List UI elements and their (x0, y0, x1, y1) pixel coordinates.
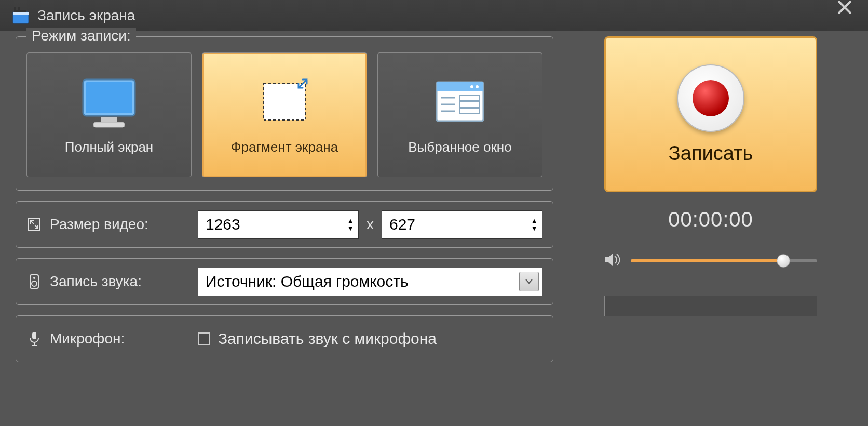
record-button[interactable]: Записать (604, 36, 817, 192)
record-mode-buttons: Полный экран Фрагмент экрана (26, 52, 542, 177)
microphone-checkbox[interactable] (198, 332, 210, 345)
microphone-label: Микрофон: (50, 330, 190, 347)
mic-level-meter (604, 296, 817, 316)
resize-icon (26, 217, 42, 232)
volume-thumb[interactable] (777, 254, 790, 268)
height-field[interactable] (389, 216, 531, 233)
audio-source-combo[interactable]: Источник: Общая громкость (198, 268, 542, 296)
svg-rect-9 (101, 117, 117, 122)
microphone-checkbox-label: Записывать звук с микрофона (218, 330, 437, 348)
svg-rect-10 (93, 122, 125, 127)
svg-point-24 (32, 281, 37, 286)
audio-source-value: Источник: Общая громкость (206, 273, 514, 290)
svg-rect-26 (32, 332, 36, 339)
window-title: Запись экрана (37, 7, 832, 24)
volume-control (604, 252, 817, 270)
height-spinner[interactable]: ▲▼ (531, 217, 538, 232)
size-separator: x (367, 216, 374, 233)
svg-rect-1 (13, 12, 29, 15)
microphone-icon (26, 331, 42, 347)
mode-fullscreen-button[interactable]: Полный экран (26, 52, 192, 177)
selection-icon (251, 74, 318, 131)
right-column: Записать 00:00:00 (569, 36, 852, 410)
mode-window-label: Выбранное окно (408, 139, 511, 155)
svg-rect-11 (264, 84, 305, 120)
height-input[interactable]: ▲▼ (382, 210, 542, 239)
screen-recorder-window: Запись экрана Режим записи: (0, 0, 868, 426)
svg-rect-8 (86, 82, 132, 113)
width-input[interactable]: ▲▼ (198, 210, 359, 239)
speaker-icon (26, 274, 42, 289)
audio-source-dropdown-button[interactable] (519, 272, 539, 291)
mode-window-button[interactable]: Выбранное окно (377, 52, 542, 177)
mode-fragment-label: Фрагмент экрана (231, 139, 338, 155)
window-icon (426, 74, 494, 131)
monitor-icon (75, 74, 143, 131)
width-field[interactable] (206, 216, 347, 233)
record-mode-group: Режим записи: Полный экран (16, 36, 553, 191)
left-column: Режим записи: Полный экран (16, 36, 553, 410)
svg-point-15 (470, 85, 473, 88)
audio-source-row: Запись звука: Источник: Общая громкость (16, 258, 553, 305)
record-mode-legend: Режим записи: (26, 28, 136, 44)
record-icon (677, 64, 744, 132)
svg-point-25 (33, 277, 35, 279)
microphone-row: Микрофон: Записывать звук с микрофона (16, 315, 553, 362)
volume-fill (631, 259, 783, 262)
record-button-label: Записать (669, 142, 753, 165)
mode-fragment-button[interactable]: Фрагмент экрана (202, 52, 367, 177)
svg-point-14 (476, 85, 479, 88)
content-area: Режим записи: Полный экран (0, 31, 868, 426)
volume-icon (604, 252, 623, 270)
width-spinner[interactable]: ▲▼ (347, 217, 354, 232)
timer-display: 00:00:00 (668, 208, 753, 231)
close-button[interactable] (832, 0, 858, 20)
video-size-row: Размер видео: ▲▼ x ▲▼ (16, 201, 553, 248)
volume-slider[interactable] (631, 259, 817, 262)
video-size-label: Размер видео: (50, 216, 190, 233)
app-icon (10, 5, 31, 26)
titlebar: Запись экрана (0, 0, 868, 31)
svg-rect-4 (16, 10, 26, 12)
audio-record-label: Запись звука: (50, 273, 190, 290)
mode-fullscreen-label: Полный экран (65, 139, 153, 155)
